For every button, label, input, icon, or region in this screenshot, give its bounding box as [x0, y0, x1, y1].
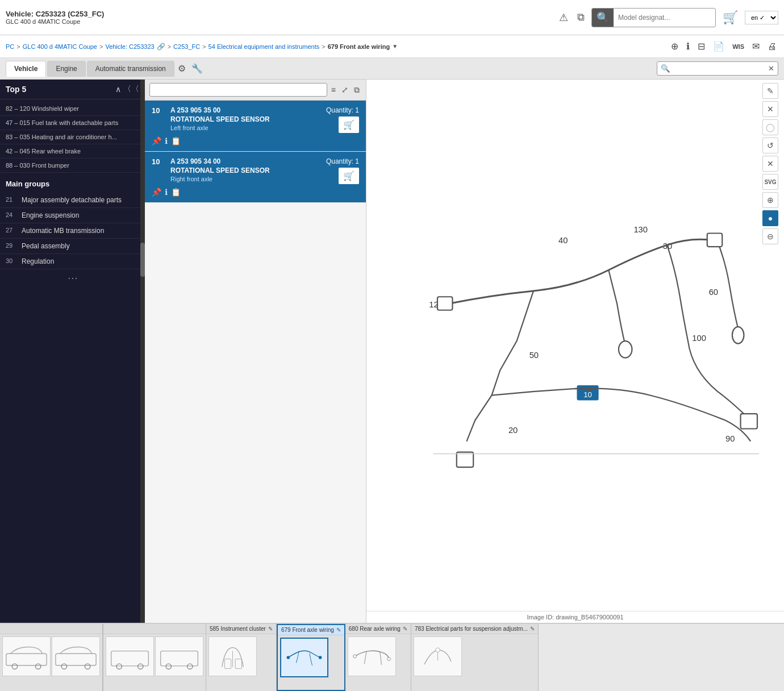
top5-list: 82 – 120 Windshield wiper 47 – 015 Fuel … [0, 99, 145, 175]
part-doc-btn-1[interactable]: 📋 [171, 136, 181, 145]
parts-search-input[interactable] [149, 83, 327, 97]
part-item-1[interactable]: 10 A 253 905 35 00 ROTATIONAL SPEED SENS… [145, 101, 366, 152]
model-search-box: 🔍 ✕ [591, 8, 716, 27]
part-doc-btn-2[interactable]: 📋 [171, 188, 181, 197]
thumb-images-2 [103, 634, 206, 691]
cart-btn-2[interactable]: 🛒 [339, 168, 359, 184]
top5-item-4[interactable]: 42 – 045 Rear wheel brake [0, 144, 145, 159]
parts-list-icon[interactable]: ≡ [330, 84, 337, 96]
lang-select[interactable]: en ✓ de [745, 11, 778, 24]
tab-search-input[interactable] [674, 63, 765, 75]
diag-rotate-btn[interactable]: ↺ [762, 138, 778, 153]
parts-newwin-icon[interactable]: ⧉ [352, 84, 361, 97]
filter-icon-btn[interactable]: ⊟ [696, 39, 707, 53]
tab-search-btn[interactable]: 🔍 [657, 62, 674, 75]
part-pin-btn-2[interactable]: 📌 [152, 188, 161, 197]
copy-icon-btn[interactable]: ⧉ [575, 9, 587, 26]
tab-icon-2[interactable]: 🔧 [189, 61, 205, 76]
thumb-img-1b[interactable] [52, 636, 100, 676]
sidebar-scrollbar[interactable] [140, 80, 145, 623]
svg-text:10: 10 [583, 390, 592, 399]
vehicle-link-icon[interactable]: 🔗 [157, 43, 165, 51]
thumb-img-783[interactable] [414, 636, 462, 676]
top5-title: Top 5 [6, 85, 26, 94]
diag-zoomout-btn[interactable]: ⊖ [762, 228, 778, 244]
group-num-27: 27 [6, 227, 17, 234]
tab-vehicle[interactable]: Vehicle [6, 61, 46, 77]
sidebar: Top 5 ∧ 〈〈 82 – 120 Windshield wiper 47 … [0, 80, 145, 623]
part-desc-1: Left front axle [170, 124, 322, 131]
edit-icon-680[interactable]: ✎ [403, 626, 407, 632]
thumb-label-679: 679 Front axle wiring ✎ [278, 625, 344, 635]
diag-edit-btn[interactable]: ✎ [762, 83, 778, 99]
tab-transmission[interactable]: Automatic transmission [87, 61, 174, 77]
breadcrumb-model[interactable]: GLC 400 d 4MATIC Coupe [23, 43, 97, 50]
diag-svg-btn[interactable]: SVG [762, 174, 778, 190]
diag-blue-dot[interactable]: ● [762, 210, 778, 226]
print-icon-btn[interactable]: 🖨 [766, 40, 778, 53]
breadcrumb-vehicle[interactable]: Vehicle: C253323 [105, 43, 154, 50]
cart-btn-1[interactable]: 🛒 [339, 116, 359, 133]
sidebar-scroll-thumb[interactable] [140, 243, 145, 277]
group-item-30[interactable]: 30 Regulation [0, 254, 145, 269]
group-item-27[interactable]: 27 Automatic MB transmission [0, 223, 145, 239]
tab-engine[interactable]: Engine [47, 61, 85, 77]
vehicle-info: Vehicle: C253323 (C253_FC) GLC 400 d 4MA… [6, 10, 104, 25]
group-item-29[interactable]: 29 Pedal assembly [0, 239, 145, 254]
group-item-24[interactable]: 24 Engine suspension [0, 208, 145, 223]
svg-rect-13 [437, 297, 452, 310]
info-icon-btn[interactable]: ℹ [685, 39, 691, 53]
part-item-2[interactable]: 10 A 253 905 34 00 ROTATIONAL SPEED SENS… [145, 152, 366, 203]
thumb-img-2b[interactable] [155, 636, 203, 676]
top5-item-5[interactable]: 88 – 030 Front bumper [0, 159, 145, 173]
sidebar-collapse-btn[interactable]: ∧ [115, 84, 121, 94]
thumb-img-instrument[interactable] [208, 636, 257, 676]
breadcrumb-category[interactable]: 54 Electrical equipment and instruments [208, 43, 320, 50]
doc-icon-btn[interactable]: 📄 [711, 39, 726, 53]
tab-search-clear[interactable]: ✕ [765, 62, 778, 75]
group-item-21[interactable]: 21 Major assembly detachable parts [0, 193, 145, 208]
breadcrumb-pc[interactable]: PC [6, 43, 14, 50]
svg-point-36 [319, 656, 322, 659]
parts-expand-icon[interactable]: ⤢ [340, 84, 350, 96]
breadcrumb-dropdown[interactable]: ▼ [392, 43, 398, 49]
svg-rect-23 [56, 653, 96, 665]
thumb-img-679[interactable] [280, 638, 328, 677]
svg-rect-14 [707, 234, 722, 247]
cart-btn[interactable]: 🛒 [720, 8, 740, 27]
edit-icon-783[interactable]: ✎ [530, 626, 535, 632]
part-pin-btn-1[interactable]: 📌 [152, 136, 161, 145]
image-id-bar: Image ID: drawing_B54679000091 [366, 611, 784, 623]
model-search-input[interactable] [614, 11, 704, 24]
part-info-btn-2[interactable]: ℹ [165, 188, 168, 197]
model-search-clear[interactable]: ✕ [704, 11, 715, 24]
diag-cross-btn[interactable]: ✕ [762, 156, 778, 172]
top5-item-2[interactable]: 47 – 015 Fuel tank with detachable parts [0, 116, 145, 130]
sidebar-close-btn[interactable]: 〈〈 [123, 84, 139, 94]
svg-point-37 [353, 655, 356, 658]
thumb-label-1 [0, 624, 102, 634]
top5-item-3[interactable]: 83 – 035 Heating and air conditioner h..… [0, 130, 145, 144]
edit-icon-679[interactable]: ✎ [336, 627, 341, 633]
svg-text:50: 50 [529, 351, 539, 360]
diag-zoomin-btn[interactable]: ⊕ [762, 192, 778, 208]
top-header: Vehicle: C253323 (C253_FC) GLC 400 d 4MA… [0, 0, 784, 35]
part-item-1-header: 10 A 253 905 35 00 ROTATIONAL SPEED SENS… [152, 106, 359, 133]
zoom-in-icon-btn[interactable]: ⊕ [669, 39, 680, 53]
top5-item-1[interactable]: 82 – 120 Windshield wiper [0, 102, 145, 116]
wis-icon-btn[interactable]: WIS [731, 41, 746, 52]
mail-icon-btn[interactable]: ✉ [750, 39, 761, 53]
part-number-2: A 253 905 34 00 [170, 157, 322, 165]
part-info-btn-1[interactable]: ℹ [165, 136, 168, 145]
model-search-btn[interactable]: 🔍 [592, 9, 614, 27]
thumb-img-1a[interactable] [2, 636, 51, 676]
diag-close-btn[interactable]: ✕ [762, 101, 778, 117]
edit-icon-instrument[interactable]: ✎ [268, 626, 273, 632]
thumb-img-680[interactable] [348, 636, 396, 676]
breadcrumb-bar: PC > GLC 400 d 4MATIC Coupe > Vehicle: C… [0, 35, 784, 58]
tab-icon-1[interactable]: ⚙ [176, 61, 188, 76]
diag-circle-btn[interactable]: ◯ [762, 119, 778, 135]
breadcrumb-fc[interactable]: C253_FC [173, 43, 200, 50]
warning-icon-btn[interactable]: ⚠ [557, 9, 570, 26]
thumb-img-2a[interactable] [106, 636, 154, 676]
